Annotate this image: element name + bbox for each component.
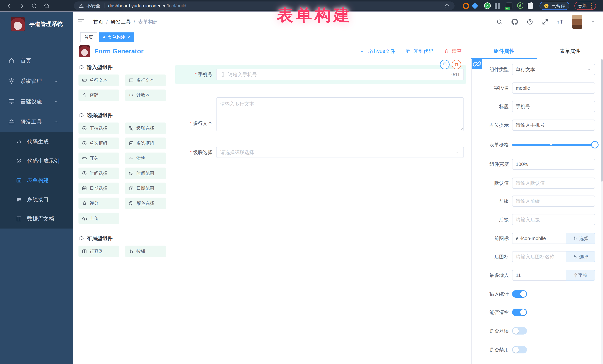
link-button[interactable] <box>472 59 482 69</box>
inspector-input-标题[interactable]: 手机号 <box>512 101 595 112</box>
search-icon[interactable] <box>496 19 503 25</box>
breadcrumb-item[interactable]: 研发工具 <box>111 19 131 25</box>
palette-item-时间选择[interactable]: 时间选择 <box>79 167 119 179</box>
palette-item-日期选择[interactable]: 日期选择 <box>79 183 119 194</box>
group-input[interactable]: 11 <box>512 270 566 281</box>
palette-item-评分[interactable]: 评分 <box>79 198 119 209</box>
pointer-icon <box>573 254 577 259</box>
sidebar-item-首页[interactable]: 首页 <box>0 51 73 71</box>
inspector-input-占位提示[interactable]: 请输入手机号 <box>512 120 595 131</box>
sidebar-subitem-代码生成示例[interactable]: 代码生成示例 <box>0 151 73 171</box>
palette-item-下拉选择[interactable]: 下拉选择 <box>79 122 119 134</box>
sidebar-item-基础设施[interactable]: 基础设施 <box>0 91 73 112</box>
url-bar[interactable]: 不安全 dashboard.yudao.iocoder.cn /tool/bui… <box>74 1 454 10</box>
help-icon[interactable] <box>527 19 533 25</box>
orange-ext-icon[interactable] <box>463 3 469 9</box>
copy-field-button[interactable] <box>440 60 450 69</box>
field-input[interactable]: 请输入手机号0/11 <box>216 69 464 80</box>
inspector-input-组件宽度[interactable]: 100% <box>512 159 595 170</box>
sidebar-subitem-数据库文档[interactable]: 数据库文档 <box>0 209 73 229</box>
action-清空[interactable]: 清空 <box>444 48 462 55</box>
caret-down-icon[interactable] <box>591 20 595 24</box>
resize-handle-icon[interactable] <box>459 127 463 130</box>
tag-首页[interactable]: 首页 <box>80 33 97 42</box>
field-textarea[interactable]: 请输入多行文本 <box>216 97 464 131</box>
reload-icon[interactable] <box>31 3 37 9</box>
leaf-ext-icon[interactable] <box>517 2 523 9</box>
canvas-field-多行文本[interactable]: *多行文本请输入多行文本 <box>175 94 466 135</box>
icon-select-button[interactable]: 选择 <box>566 233 595 244</box>
field-select[interactable]: 请选择级联选择 <box>216 147 464 158</box>
action-复制代码[interactable]: 复制代码 <box>406 48 433 55</box>
inspector-label: 字段名 <box>472 82 509 94</box>
sidebar-subitem-代码生成[interactable]: 代码生成 <box>0 132 73 151</box>
palette-item-label: 密码 <box>90 92 99 98</box>
back-icon[interactable] <box>6 3 12 9</box>
inspector-input-后缀[interactable]: 请输入后缀 <box>512 214 595 225</box>
bookmark-star-icon[interactable] <box>444 3 450 9</box>
scrollbar[interactable] <box>601 59 603 364</box>
onoff-ext-icon[interactable]: on <box>506 2 512 9</box>
palette-item-单选框组[interactable]: 单选框组 <box>79 138 119 149</box>
slider-handle[interactable] <box>591 141 599 148</box>
tag-表单构建[interactable]: 表单构建× <box>99 33 134 42</box>
palette-item-行容器[interactable]: 行容器 <box>79 246 119 257</box>
sidebar-subitem-表单构建[interactable]: 表单构建 <box>0 171 73 190</box>
inspector-input-字段名[interactable]: mobile <box>512 82 595 94</box>
hamburger-icon[interactable] <box>77 17 85 25</box>
scrollbar-thumb[interactable] <box>601 59 603 182</box>
fontsize-icon[interactable]: TT <box>557 19 564 25</box>
breadcrumb-item[interactable]: 首页 <box>93 19 103 25</box>
palette-section-label: 选择型组件 <box>87 112 113 119</box>
palette-item-上传[interactable]: 上传 <box>79 213 119 224</box>
delete-field-button[interactable] <box>452 60 461 69</box>
canvas-field-手机号[interactable]: *手机号请输入手机号0/11 <box>175 65 466 84</box>
palette-item-时间范围[interactable]: 时间范围 <box>125 167 166 179</box>
inspector-select-组件类型[interactable]: 单行文本 <box>512 64 595 75</box>
palette-item-级联选择[interactable]: 级联选择 <box>125 122 166 134</box>
github-icon[interactable] <box>511 19 518 25</box>
app-logo-row[interactable]: 芋道管理系统 <box>0 12 73 31</box>
palette-item-密码[interactable]: 密码 <box>79 89 119 101</box>
update-button[interactable]: 更新 <box>574 2 596 10</box>
palette-item-label: 级联选择 <box>136 125 154 131</box>
sidebar: 芋道管理系统 首页系统管理基础设施研发工具 代码生成代码生成示例表单构建系统接口… <box>0 12 73 364</box>
group-input[interactable]: 请输入后图标名称 <box>512 251 566 262</box>
action-导出vue文件[interactable]: 导出vue文件 <box>359 48 395 55</box>
tab-组件属性[interactable]: 组件属性 <box>471 43 537 59</box>
palette-item-计数器[interactable]: 123计数器 <box>125 89 166 101</box>
fullscreen-icon[interactable] <box>542 19 548 25</box>
toggle-输入统计[interactable] <box>512 290 527 298</box>
gem-ext-icon[interactable] <box>472 3 478 9</box>
canvas-field-级联选择[interactable]: *级联选择请选择级联选择 <box>175 143 466 162</box>
inspector-input-前缀[interactable]: 请输入前缀 <box>512 196 595 207</box>
tag-close-icon[interactable]: × <box>128 35 130 40</box>
home-icon[interactable] <box>44 3 50 9</box>
forward-icon[interactable] <box>19 3 25 9</box>
append-label: 选择 <box>579 235 589 242</box>
palette-item-开关[interactable]: 开关 <box>79 153 119 164</box>
palette-item-颜色选择[interactable]: 颜色选择 <box>125 198 166 209</box>
toggle-是否禁用[interactable] <box>512 346 527 353</box>
palette-item-多行文本[interactable]: 多行文本 <box>125 75 166 86</box>
palette-item-多选框组[interactable]: 多选框组 <box>125 138 166 149</box>
tab-表单属性[interactable]: 表单属性 <box>537 43 603 59</box>
columns-ext-icon[interactable] <box>495 3 500 9</box>
green-check-ext-icon[interactable]: ✓ <box>484 2 491 9</box>
icon-select-button[interactable]: 选择 <box>566 251 595 262</box>
palette-item-单行文本[interactable]: 单行文本 <box>79 75 119 86</box>
inspector-input-默认值[interactable]: 请输入默认值 <box>512 177 595 189</box>
puzzle-ext-icon[interactable] <box>528 3 533 9</box>
sidebar-subitem-系统接口[interactable]: 系统接口 <box>0 190 73 209</box>
palette-item-日期范围[interactable]: 日期范围 <box>125 183 166 194</box>
palette-item-滑块[interactable]: 滑块 <box>125 153 166 164</box>
toggle-能否清空[interactable] <box>512 309 527 316</box>
paused-badge[interactable]: 已暂停 <box>540 2 569 10</box>
toggle-是否只读[interactable] <box>512 327 527 334</box>
group-input[interactable]: el-icon-mobile <box>512 233 566 244</box>
sidebar-item-系统管理[interactable]: 系统管理 <box>0 71 73 91</box>
sidebar-item-研发工具[interactable]: 研发工具 <box>0 112 73 132</box>
user-avatar[interactable] <box>572 15 582 29</box>
form-grid-slider[interactable] <box>512 144 597 146</box>
palette-item-按钮[interactable]: 按钮 <box>125 246 166 257</box>
